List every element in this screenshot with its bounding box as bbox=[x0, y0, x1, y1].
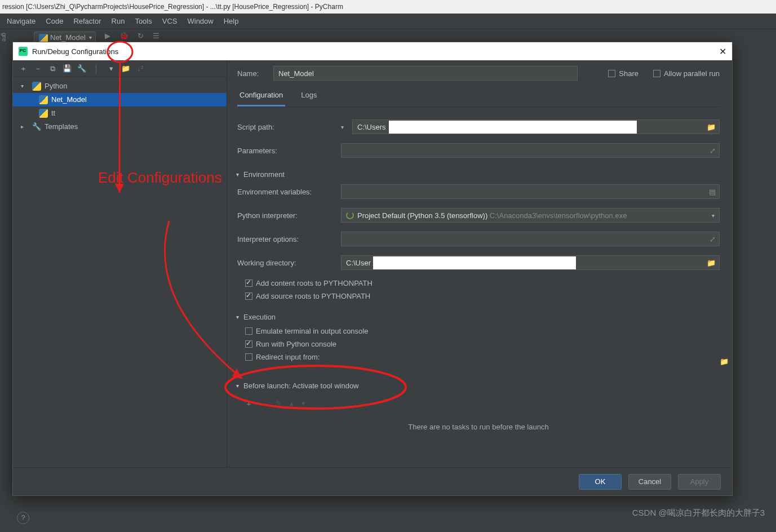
run-python-console-checkbox[interactable]: Run with Python console bbox=[245, 340, 336, 348]
tree-item-net-model[interactable]: Net_Model bbox=[13, 93, 227, 107]
cancel-button[interactable]: Cancel bbox=[628, 474, 671, 490]
browse-icon[interactable]: 📁 bbox=[707, 123, 716, 131]
apply-button[interactable]: Apply bbox=[678, 474, 721, 490]
interpreter-opts-label: Interpreter options: bbox=[237, 235, 338, 243]
chevron-down-icon[interactable]: ▾ bbox=[107, 64, 116, 73]
environment-section[interactable]: ▾Environment bbox=[236, 170, 720, 179]
execution-section[interactable]: ▾Execution bbox=[236, 313, 720, 321]
dialog-buttons: OK Cancel Apply bbox=[13, 467, 732, 495]
wrench-icon[interactable]: 🔧 bbox=[77, 64, 86, 73]
tree-toolbar: ＋ － ⧉ 💾 🔧 │ ▾ 📁 ↓² bbox=[13, 60, 227, 77]
form-tabs: Configuration Logs bbox=[237, 86, 720, 107]
menu-tools[interactable]: Tools bbox=[130, 14, 156, 29]
menu-navigate[interactable]: Navigate bbox=[2, 14, 40, 29]
name-label: Name: bbox=[237, 69, 265, 78]
config-tree: ▾ Python Net_Model tt ▸🔧 Templates bbox=[13, 77, 227, 134]
content-roots-checkbox[interactable]: Add content roots to PYTHONPATH bbox=[245, 279, 373, 287]
tab-configuration[interactable]: Configuration bbox=[237, 86, 285, 107]
close-icon[interactable]: ✕ bbox=[719, 46, 726, 57]
env-vars-input[interactable]: ▤ bbox=[341, 184, 720, 199]
tree-item-tt[interactable]: tt bbox=[13, 107, 227, 120]
pycharm-icon bbox=[19, 47, 28, 56]
tree-python-group[interactable]: ▾ Python bbox=[13, 79, 227, 93]
up-icon: ▴ bbox=[290, 399, 294, 409]
emulate-terminal-checkbox[interactable]: Emulate terminal in output console bbox=[245, 327, 368, 335]
add-icon[interactable]: ＋ bbox=[245, 399, 252, 409]
share-checkbox[interactable]: Share bbox=[608, 69, 638, 78]
remove-icon: － bbox=[260, 399, 268, 409]
repeat-icon[interactable]: ↻ bbox=[138, 32, 144, 40]
before-launch-toolbar: ＋ － ✎ ▴ ▾ bbox=[237, 399, 720, 409]
debug-icon[interactable]: 🐞 bbox=[119, 32, 128, 40]
parallel-run-checkbox[interactable]: Allow parallel run bbox=[653, 69, 720, 78]
menu-run[interactable]: Run bbox=[107, 14, 130, 29]
config-tree-pane: ＋ － ⧉ 💾 🔧 │ ▾ 📁 ↓² ▾ Python Net_Model bbox=[13, 60, 227, 467]
tab-logs[interactable]: Logs bbox=[299, 86, 319, 107]
before-launch-section[interactable]: ▾Before launch: Activate tool window bbox=[236, 382, 720, 390]
add-icon[interactable]: ＋ bbox=[19, 64, 28, 74]
list-icon[interactable]: ▤ bbox=[709, 188, 716, 196]
name-input[interactable] bbox=[273, 66, 578, 81]
browse-icon[interactable]: 📁 bbox=[707, 259, 716, 267]
left-gutter: gre bbox=[0, 29, 12, 514]
loading-icon bbox=[346, 211, 354, 219]
menu-refactor[interactable]: Refactor bbox=[69, 14, 105, 29]
interpreter-select[interactable]: Project Default (Python 3.5 (tensorflow)… bbox=[341, 208, 720, 223]
source-roots-checkbox[interactable]: Add source roots to PYTHONPATH bbox=[245, 292, 370, 300]
dialog-titlebar: Run/Debug Configurations ✕ bbox=[13, 42, 732, 60]
parameters-input[interactable]: ⤢ bbox=[341, 143, 720, 158]
more-icon[interactable]: ☰ bbox=[153, 32, 159, 40]
parameters-label: Parameters: bbox=[237, 147, 338, 155]
menubar: Navigate Code Refactor Run Tools VCS Win… bbox=[0, 14, 776, 29]
run-icon[interactable]: ▶ bbox=[105, 32, 110, 40]
toolbar-icons: ▶ 🐞 ↻ ☰ bbox=[105, 32, 159, 40]
env-vars-label: Environment variables: bbox=[237, 188, 338, 196]
window-title: ression [C:\Users\Zhi_Q\PycharmProjects\… bbox=[0, 0, 776, 14]
copy-icon[interactable]: ⧉ bbox=[48, 64, 57, 73]
browse-icon[interactable]: 📁 bbox=[720, 357, 729, 366]
sort-icon[interactable]: ↓² bbox=[136, 64, 145, 73]
no-tasks-text: There are no tasks to run before the lau… bbox=[237, 423, 720, 431]
edit-icon: ✎ bbox=[276, 399, 282, 409]
folder-icon[interactable]: 📁 bbox=[121, 64, 130, 73]
run-debug-dialog: Run/Debug Configurations ✕ ＋ － ⧉ 💾 🔧 │ ▾… bbox=[12, 42, 733, 496]
menu-help[interactable]: Help bbox=[219, 14, 243, 29]
script-path-label: Script path: bbox=[237, 123, 338, 131]
menu-code[interactable]: Code bbox=[41, 14, 68, 29]
help-button[interactable]: ? bbox=[17, 512, 29, 524]
down-icon: ▾ bbox=[301, 399, 305, 409]
watermark: CSDN @喝凉白开都长肉的大胖子3 bbox=[632, 508, 765, 518]
expand-icon[interactable]: ⤢ bbox=[710, 235, 716, 243]
interpreter-opts-input[interactable]: ⤢ bbox=[341, 232, 720, 246]
tree-templates-group[interactable]: ▸🔧 Templates bbox=[13, 120, 227, 134]
menu-window[interactable]: Window bbox=[183, 14, 218, 29]
chevron-down-icon[interactable]: ▾ bbox=[712, 212, 715, 219]
working-dir-label: Working directory: bbox=[237, 259, 338, 267]
menu-vcs[interactable]: VCS bbox=[158, 14, 182, 29]
script-path-input[interactable]: C:\Users 📁 bbox=[352, 119, 720, 134]
working-dir-input[interactable]: C:\User 📁 bbox=[341, 255, 720, 270]
expand-icon[interactable]: ⤢ bbox=[710, 147, 716, 155]
interpreter-label: Python interpreter: bbox=[237, 211, 338, 220]
save-icon[interactable]: 💾 bbox=[63, 64, 72, 73]
ok-button[interactable]: OK bbox=[579, 474, 622, 490]
config-form: Name: Share Allow parallel run Configura… bbox=[227, 60, 732, 467]
script-path-dropdown[interactable]: ▾ bbox=[341, 124, 349, 130]
redirect-input-checkbox[interactable]: Redirect input from: bbox=[245, 353, 320, 361]
dialog-title-text: Run/Debug Configurations bbox=[32, 47, 118, 56]
remove-icon[interactable]: － bbox=[33, 64, 42, 74]
